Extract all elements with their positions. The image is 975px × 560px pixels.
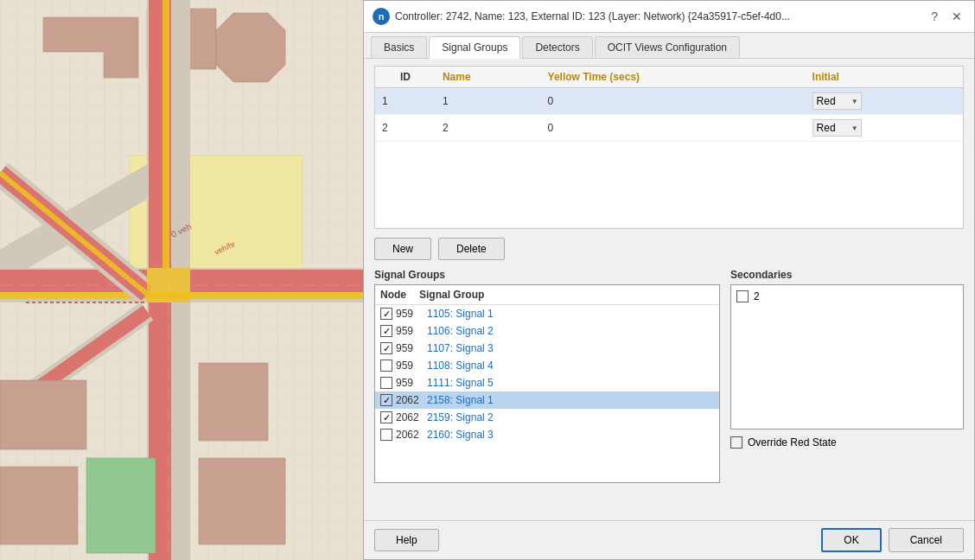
cancel-button[interactable]: Cancel — [889, 528, 964, 552]
col-name: Name — [436, 67, 541, 88]
override-red-state-checkbox[interactable] — [730, 436, 742, 449]
override-red-state-label: Override Red State — [748, 436, 837, 449]
sg-check-5[interactable]: ✓ — [380, 394, 392, 406]
row2-yellow-time: 0 — [541, 115, 806, 142]
svg-rect-14 — [190, 282, 363, 292]
footer: Help OK Cancel — [364, 520, 974, 559]
svg-rect-26 — [0, 380, 86, 449]
sg-col-node: Node — [380, 289, 419, 301]
sg-check-7[interactable] — [380, 429, 392, 441]
svg-rect-18 — [161, 302, 171, 560]
row2-initial[interactable]: Red Green Yellow Off — [806, 115, 963, 142]
signal-table: ID Name Yellow Time (secs) Initial 1 1 0 — [375, 67, 963, 228]
list-item[interactable]: 2 — [736, 290, 958, 302]
close-button[interactable]: ✕ — [948, 8, 965, 25]
list-item[interactable]: ✓ 2062 2158: Signal 1 — [375, 391, 719, 409]
help-icon-button[interactable]: ? — [927, 8, 941, 25]
bottom-section: Signal Groups Node Signal Group ✓ 959 11… — [374, 269, 964, 513]
tab-ocit-views[interactable]: OCIT Views Configuration — [595, 36, 740, 58]
list-item[interactable]: 2062 2160: Signal 3 — [375, 426, 719, 443]
row2-id: 2 — [375, 115, 436, 142]
dialog: n Controller: 2742, Name: 123, External … — [363, 0, 975, 560]
list-item[interactable]: ✓ 959 1107: Signal 3 — [375, 340, 719, 357]
row1-yellow-time: 0 — [541, 88, 806, 115]
sg-check-1[interactable]: ✓ — [380, 325, 392, 337]
svg-marker-4 — [216, 13, 285, 82]
title-text: Controller: 2742, Name: 123, External ID… — [395, 10, 790, 22]
signal-table-wrapper: ID Name Yellow Time (secs) Initial 1 1 0 — [374, 66, 964, 229]
signal-groups-list[interactable]: Node Signal Group ✓ 959 1105: Signal 1 ✓ — [374, 284, 720, 483]
table-row[interactable]: 1 1 0 Red Green Yellow Off — [375, 88, 963, 115]
svg-rect-20 — [162, 0, 169, 268]
tab-detectors[interactable]: Detectors — [522, 36, 592, 58]
new-button[interactable]: New — [374, 238, 431, 260]
secondaries-title: Secondaries — [730, 269, 964, 281]
sg-check-6[interactable]: ✓ — [380, 411, 392, 423]
tab-basics[interactable]: Basics — [371, 36, 427, 58]
sg-rows: ✓ 959 1105: Signal 1 ✓ 959 1106: Signal … — [375, 305, 719, 443]
list-item[interactable]: ✓ 959 1105: Signal 1 — [375, 305, 719, 322]
help-button[interactable]: Help — [374, 529, 439, 551]
row1-id: 1 — [375, 88, 436, 115]
list-item[interactable]: 959 1111: Signal 5 — [375, 374, 719, 391]
tabs: Basics Signal Groups Detectors OCIT View… — [364, 33, 974, 59]
col-id: ID — [375, 67, 436, 88]
sg-header: Node Signal Group — [375, 285, 719, 305]
secondary-label-0: 2 — [754, 290, 760, 302]
secondaries-list: 2 — [730, 284, 964, 430]
row1-initial-select[interactable]: Red Green Yellow Off — [812, 92, 862, 110]
sg-check-2[interactable]: ✓ — [380, 342, 392, 354]
sg-check-3[interactable] — [380, 360, 392, 372]
table-row[interactable]: 2 2 0 Red Green Yellow Off — [375, 115, 963, 142]
row2-name: 2 — [436, 115, 541, 142]
ok-button[interactable]: OK — [821, 528, 881, 552]
col-yellow-time: Yellow Time (secs) — [541, 67, 806, 88]
button-row: New Delete — [374, 236, 964, 262]
sg-check-0[interactable]: ✓ — [380, 308, 392, 320]
col-initial: Initial — [806, 67, 963, 88]
svg-rect-30 — [86, 458, 156, 553]
sg-check-4[interactable] — [380, 377, 392, 389]
secondary-check-0[interactable] — [736, 290, 749, 302]
tab-signal-groups[interactable]: Signal Groups — [429, 36, 520, 59]
svg-rect-29 — [199, 458, 285, 544]
title-actions: ? ✕ — [927, 8, 965, 25]
svg-rect-12 — [190, 270, 363, 282]
secondaries-panel: Secondaries 2 Override Red State — [730, 269, 964, 513]
list-item[interactable]: ✓ 2062 2159: Signal 2 — [375, 409, 719, 426]
svg-rect-33 — [147, 268, 190, 302]
title-bar-left: n Controller: 2742, Name: 123, External … — [373, 8, 790, 25]
signal-groups-title: Signal Groups — [374, 269, 720, 281]
app-icon: n — [373, 8, 390, 25]
title-bar: n Controller: 2742, Name: 123, External … — [364, 1, 974, 33]
row1-name: 1 — [436, 88, 541, 115]
list-item[interactable]: 959 1108: Signal 4 — [375, 357, 719, 374]
row1-initial[interactable]: Red Green Yellow Off — [806, 88, 963, 115]
signal-groups-panel: Signal Groups Node Signal Group ✓ 959 11… — [374, 269, 720, 513]
table-body: 1 1 0 Red Green Yellow Off — [375, 88, 963, 228]
svg-rect-15 — [149, 0, 161, 268]
delete-button[interactable]: Delete — [438, 238, 505, 260]
svg-rect-28 — [199, 363, 268, 441]
map-area: 0 veh veh/hr — [0, 0, 363, 560]
footer-right: OK Cancel — [821, 528, 964, 552]
sg-col-group: Signal Group — [419, 289, 484, 301]
main-content: ID Name Yellow Time (secs) Initial 1 1 0 — [364, 59, 974, 520]
list-item[interactable]: ✓ 959 1106: Signal 2 — [375, 322, 719, 340]
row2-initial-select[interactable]: Red Green Yellow Off — [812, 119, 862, 137]
svg-rect-27 — [0, 467, 78, 544]
override-row[interactable]: Override Red State — [730, 436, 964, 449]
